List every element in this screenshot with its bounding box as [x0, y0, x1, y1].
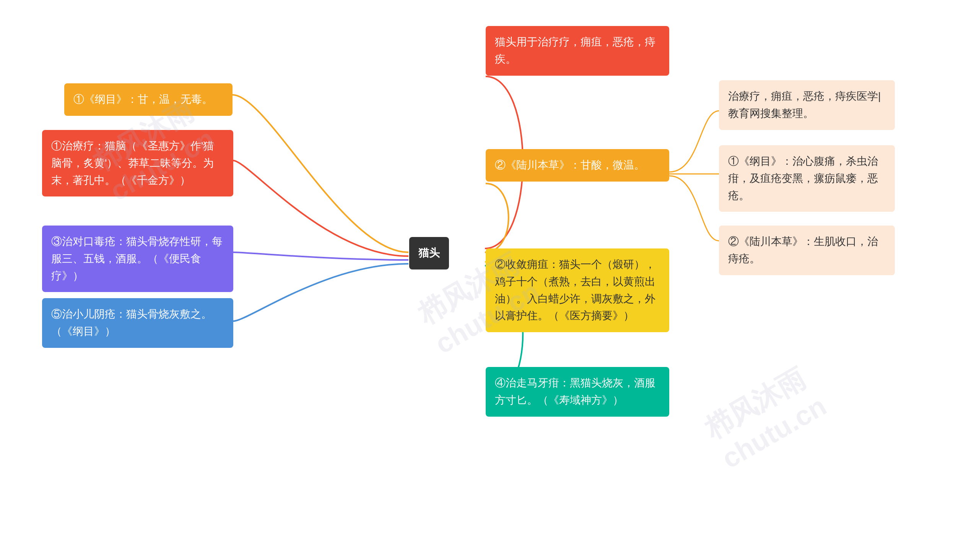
mindmap-container: 猫头 ①《纲目》：甘，温，无毒。 ①治療疗：猫脑（《圣惠方》作'猫脑骨，炙黄'）… — [0, 0, 979, 560]
left-node-2: ①治療疗：猫脑（《圣惠方》作'猫脑骨，炙黄'）、莽草二昧等分。为末，著孔中。（《… — [42, 130, 233, 197]
right-node-4: ④治走马牙疳：黑猫头烧灰，酒服方寸匕。（《寿域神方》） — [486, 367, 669, 417]
sub-node-3: ②《陆川本草》：生肌收口，治痔疮。 — [719, 225, 895, 275]
sub-node-1: 治療疗，痈疽，恶疮，痔疾医学|教育网搜集整理。 — [719, 80, 895, 130]
left-node-3: ③治对口毒疮：猫头骨烧存性研，每服三、五钱，酒服。（《便民食疗》） — [42, 225, 233, 292]
right-node-3: ②收敛痈疽：猫头一个（煅研），鸡子十个（煮熟，去白，以黄煎出油）。入白蜡少许，调… — [486, 248, 669, 332]
watermark-3: 栉风沐雨chutu.cn — [698, 358, 832, 474]
right-node-1: 猫头用于治疗疗，痈疽，恶疮，痔疾。 — [486, 26, 669, 76]
right-node-2: ②《陆川本草》：甘酸，微温。 — [486, 149, 669, 182]
left-node-4: ⑤治小儿阴疮：猫头骨烧灰敷之。（《纲目》） — [42, 298, 233, 348]
central-node: 猫头 — [409, 237, 449, 270]
sub-node-2: ①《纲目》：治心腹痛，杀虫治疳，及疽疮变黑，瘰疬鼠瘘，恶疮。 — [719, 145, 895, 212]
left-node-1: ①《纲目》：甘，温，无毒。 — [64, 83, 232, 116]
